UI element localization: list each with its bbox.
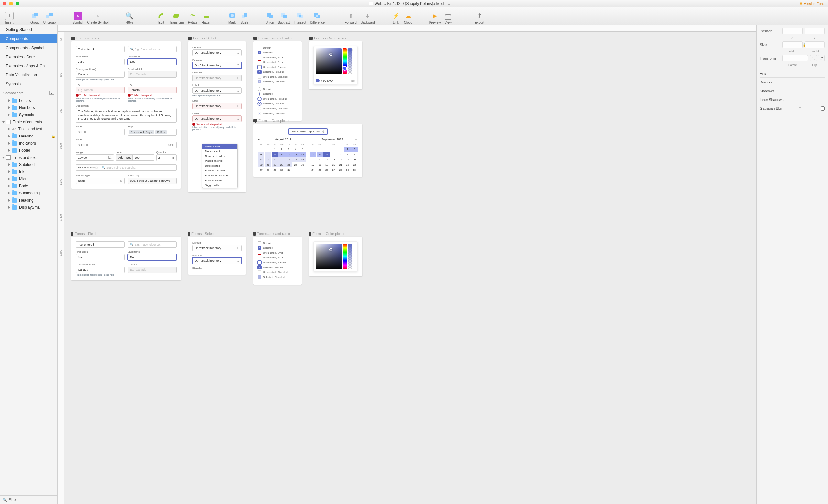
checkbox[interactable] (258, 75, 261, 79)
select-error[interactable]: Don't track inventory (193, 103, 242, 109)
layer-row[interactable]: AaTitles and text… (0, 126, 57, 133)
calendar-day[interactable]: 6 (258, 152, 264, 157)
borders-section[interactable]: Borders (760, 77, 825, 86)
text-entered-field[interactable]: Text entered (76, 241, 125, 248)
disclosure-icon[interactable] (8, 107, 10, 109)
layer-row[interactable]: Numbers (0, 104, 57, 111)
checkbox[interactable] (258, 60, 261, 64)
artboard-title[interactable]: Forms - Select (188, 36, 216, 40)
calendar-day[interactable]: 9 (279, 152, 285, 157)
first-name-input[interactable]: Jane (76, 254, 125, 260)
layer-row[interactable]: Subdued (0, 161, 57, 168)
calendar-day[interactable]: 24 (310, 168, 316, 172)
checkbox[interactable] (258, 256, 261, 259)
radio[interactable] (258, 112, 261, 115)
calendar-day[interactable]: 7 (264, 152, 271, 157)
checkbox[interactable]: ✓ (258, 275, 261, 279)
calendar-day[interactable]: 17 (310, 162, 316, 167)
date-range-select[interactable]: Mar 8, 2016 – Apr 8, 2017 ▾ (289, 128, 327, 135)
radio-row[interactable]: Selected, Focused (258, 102, 297, 106)
flip-v-button[interactable]: ⇵ (818, 55, 825, 61)
layer-row[interactable]: Subheading (0, 190, 57, 197)
dropdown-item[interactable]: Select a filter... (203, 144, 237, 149)
calendar-day[interactable]: 14 (264, 157, 271, 162)
x-input[interactable] (782, 28, 803, 34)
radio-row[interactable]: Selected, Disabled (258, 112, 297, 115)
calendar-day[interactable]: 5 (323, 152, 330, 157)
symbol-tool[interactable]: ↻Symbol (73, 12, 83, 24)
select-error-2[interactable]: Don't track inventory (193, 116, 242, 122)
checkbox-row[interactable]: Unselected, Focused (258, 261, 297, 264)
calendar-day[interactable]: 8 (272, 152, 278, 157)
alpha-slider[interactable] (348, 244, 352, 269)
calendar-day[interactable]: 16 (279, 157, 285, 162)
cloud-tool[interactable]: ☁Cloud (404, 12, 412, 24)
calendar-day[interactable]: 22 (344, 162, 350, 167)
y-input[interactable] (805, 28, 825, 34)
layer-row[interactable]: Indicators (0, 140, 57, 147)
country-input[interactable]: Canada (76, 71, 125, 78)
saturation-field[interactable] (316, 48, 341, 74)
price-input[interactable]: $ 0.00 (76, 129, 125, 135)
calendar-day[interactable]: 21 (337, 162, 344, 167)
radio-row[interactable]: Unselected, Disabled (258, 107, 297, 110)
calendar-day[interactable]: 27 (258, 168, 264, 172)
calendar-day[interactable]: 31 (285, 168, 292, 172)
layer-row[interactable]: Footer (0, 147, 57, 154)
disclosure-icon[interactable] (2, 121, 5, 123)
color-handle[interactable] (329, 248, 332, 251)
calendar-day[interactable]: 20 (331, 162, 337, 167)
close-window-button[interactable] (3, 2, 6, 5)
document-title[interactable]: Web UIKit 1.12.0 (Shopify Polaris).sketc… (19, 1, 800, 6)
preview-tool[interactable]: ▶Preview (429, 12, 441, 24)
alpha-handle[interactable] (348, 48, 352, 52)
alpha-slider[interactable] (348, 48, 352, 74)
calendar-day[interactable]: 12 (323, 157, 330, 162)
radio[interactable] (258, 87, 261, 91)
disclosure-icon[interactable] (8, 114, 10, 116)
height-input[interactable] (805, 41, 825, 48)
select-label[interactable]: Don't track inventory (193, 87, 242, 94)
checkbox-row[interactable]: Unselected, Error (258, 56, 297, 59)
checkbox[interactable] (258, 65, 261, 69)
intersect-tool[interactable]: Intersect (294, 12, 306, 24)
checkbox[interactable]: ✓ (258, 70, 261, 74)
add-button[interactable]: Add (116, 154, 124, 161)
calendar-day[interactable]: 8 (344, 152, 350, 157)
layer-row[interactable]: Letters (0, 97, 57, 104)
gaussian-blur-section[interactable]: Gaussian Blur⇅ (760, 103, 825, 113)
calendar-day[interactable]: 13 (258, 157, 264, 162)
checkbox-row[interactable]: Default (258, 46, 297, 49)
width-input[interactable] (782, 41, 803, 48)
disclosure-icon[interactable] (8, 142, 10, 144)
calendar-day[interactable]: 11 (317, 157, 323, 162)
disclosure-icon[interactable] (8, 170, 10, 173)
create-symbol-tool[interactable]: ↻Create Symbol (87, 12, 109, 24)
flip-h-button[interactable]: ⇋ (810, 55, 817, 61)
calendar-day[interactable]: 28 (337, 168, 344, 172)
radio-row[interactable]: Default (258, 87, 297, 91)
layer-row[interactable]: Micro (0, 175, 57, 182)
calendar-day[interactable]: 21 (264, 162, 271, 167)
calendar-day[interactable]: 15 (272, 157, 278, 162)
tag[interactable]: 2017× (155, 130, 167, 134)
price-input-2[interactable]: $ 100.00USD (76, 142, 177, 148)
calendar-day[interactable]: 11 (292, 152, 299, 157)
checkbox[interactable] (258, 241, 261, 245)
placeholder-field[interactable]: 🔍E.g. Placeholder text (128, 46, 177, 52)
radio[interactable] (258, 92, 261, 96)
weight-unit-select[interactable]: lb (106, 154, 114, 161)
edit-tool[interactable]: Edit (157, 12, 166, 24)
text-entered-field[interactable]: Text entered (76, 46, 125, 52)
disclosure-icon[interactable] (8, 128, 10, 130)
calendar-day[interactable]: 15 (344, 157, 350, 162)
flatten-tool[interactable]: Flatten (201, 12, 211, 24)
checkbox-row[interactable]: Unselected, Error (258, 251, 297, 255)
hue-slider[interactable] (343, 244, 347, 269)
calendar-day[interactable]: 30 (351, 168, 358, 172)
dropdown-item[interactable]: Money spent (203, 149, 237, 154)
calendar-day[interactable]: 20 (258, 162, 264, 167)
disclosure-icon[interactable] (8, 99, 10, 102)
rotate-tool[interactable]: ⟳Rotate (188, 12, 197, 24)
maximize-window-button[interactable] (15, 2, 19, 5)
